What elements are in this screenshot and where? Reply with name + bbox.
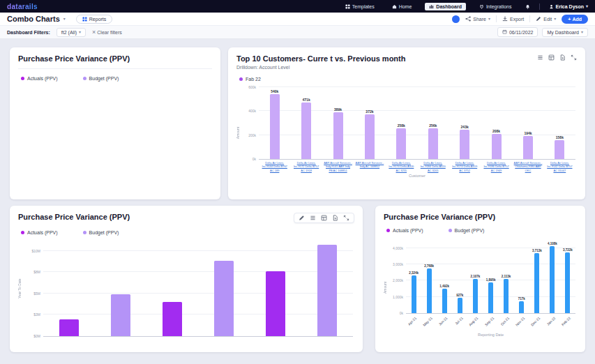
legend-item-actuals[interactable]: Actuals (PPV) [386,228,423,233]
bar[interactable] [473,279,478,313]
x-axis-label[interactable]: AAR Aircraft Services - Oklahoma,9380 AA… [512,161,543,172]
bar[interactable] [519,301,524,313]
bar[interactable] [523,136,533,159]
collaborator-badge[interactable] [452,15,460,23]
legend-item-feb22[interactable]: Fab 22 [239,77,261,82]
filter-dropdown[interactable]: ft2 (All) ▾ [57,28,86,37]
user-menu[interactable]: Erica Dyson ▾ [549,4,588,9]
legend-label: Actuals (PPV) [393,228,423,233]
clear-filters-button[interactable]: × Clear filters [92,29,122,36]
top-navbar: datarails Templates Home Dashboard Integ… [0,0,595,13]
drilldown-subtitle: Drilldown: Account Level [228,63,585,70]
bar[interactable] [266,271,285,336]
dashboard-select[interactable]: My Dashboard ▾ [542,28,588,37]
legend-item-budget[interactable]: Budget (PPV) [83,76,119,81]
list-icon[interactable] [537,54,543,61]
bar-slot: 258k [386,87,417,159]
bar[interactable] [460,130,469,159]
bar[interactable] [214,261,234,336]
legend-item-actuals[interactable]: Actuals (PPV) [21,76,58,81]
bar[interactable] [333,112,343,159]
bar[interactable] [504,279,509,313]
export-file-icon[interactable] [559,54,566,61]
nav-item-dashboard[interactable]: Dashboard [425,3,466,10]
bar[interactable] [59,319,79,336]
nav-item-home[interactable]: Home [388,3,416,10]
x-label-slot: Dec-21 [529,314,545,331]
expand-icon[interactable] [343,215,349,221]
x-axis-label[interactable]: Delta Air Lines, Inc.9184 Delta A320 AC … [417,161,449,172]
bar[interactable] [555,140,564,159]
legend-item-actuals[interactable]: Actuals (PPV) [21,230,58,235]
reports-button[interactable]: Reports [76,15,113,24]
x-axis-label[interactable]: Delta Air Lines, Inc.9172 Delta B757 AC … [290,161,322,172]
table-icon[interactable] [321,215,327,221]
x-axis-label[interactable]: Delta Air Lines, Inc.9174 Delta A319 AC … [449,161,480,172]
list-icon[interactable] [310,215,316,221]
bar[interactable] [488,282,493,313]
card-header: Top 10 Customers- Curre t vs. Previous m… [228,47,585,63]
x-axis-label[interactable]: Delta Air Lines, Inc.9186 Delta B757 AC … [481,161,512,172]
x-axis-label[interactable]: AAR Aircraft Services - Indy,9141 AAR In… [322,161,354,172]
y-tick-label: 0k [239,157,256,161]
x-axis-label[interactable]: AAR Aircraft Services - Indy,AC 168852 [354,161,385,169]
bar[interactable] [565,252,570,313]
dashboard-filters-label: Dashboard Filters: [7,30,50,35]
bar[interactable] [412,275,416,313]
x-label-slot: Aug-21 [467,314,483,331]
bar[interactable] [111,294,130,336]
x-axis-label[interactable]: Delta Air Lines, Inc.9174 Delta A320 AC … [386,161,417,172]
x-axis-label[interactable]: Delta Air Lines, Inc.9144 Delta B767 AC … [259,161,290,172]
bar[interactable] [427,268,432,313]
chevron-down-icon: ▾ [581,30,583,34]
nav-item-templates[interactable]: Templates [341,3,379,10]
bar[interactable] [301,103,311,159]
pencil-icon [536,16,541,22]
legend-dot [449,229,452,232]
bar[interactable] [550,246,555,313]
legend-item-budget[interactable]: Budget (PPV) [83,230,119,235]
chart-legend: Actuals (PPV) Budget (PPV) [375,221,585,233]
bar[interactable] [428,128,438,159]
bar-value-label: 208k [492,129,500,133]
y-tick-label: $3M [20,312,40,317]
clear-filters-label: Clear filters [97,30,121,35]
legend-label: Budget (PPV) [89,76,119,81]
expand-icon[interactable] [571,54,577,61]
bar[interactable] [396,128,406,159]
x-label-slot: Delta Air Lines, Inc.9174 Delta A319 AC … [449,161,480,172]
bar[interactable] [492,134,502,159]
bar[interactable] [365,114,375,159]
chevron-down-icon[interactable]: ▾ [63,17,66,21]
bar[interactable] [317,245,337,336]
export-button[interactable]: Export [502,16,524,22]
legend-item-budget[interactable]: Budget (PPV) [449,228,485,233]
card-title: Purchase Price Variance (PPV) [18,54,130,63]
bar[interactable] [442,289,447,313]
bar[interactable] [458,298,462,313]
bar-value-label: 158k [556,135,564,139]
pencil-icon[interactable] [299,215,305,221]
date-picker[interactable]: 06/11/2022 [497,27,538,37]
edit-button[interactable]: Edit ▾ [536,16,556,22]
export-file-icon[interactable] [332,215,338,221]
card-header: Purchase Price Variance (PPV) [10,206,363,223]
bar-value-label: 540k [271,89,278,93]
share-button[interactable]: Share ▾ [465,16,490,22]
table-icon[interactable] [548,54,555,61]
x-axis-label[interactable]: Delta Air Lines, Inc.9142 Delta B757 AC … [544,161,575,172]
y-tick-label: 2,000k [386,278,403,282]
datarails-logo[interactable]: datarails [7,3,38,10]
nav-item-integrations[interactable]: Integrations [475,3,516,10]
add-button[interactable]: + Add [562,15,588,24]
y-tick-label: 600k [239,85,256,89]
bar[interactable] [534,253,539,313]
bar-value-label: 389k [334,107,342,112]
y-tick-label: $8M [20,270,40,274]
divider [529,15,530,22]
bar[interactable] [270,94,280,159]
chart-body: $10M$8M$5M$3M$0M [22,241,353,337]
bell-icon[interactable] [525,4,530,9]
top10-bar-chart: Amount 600k400k200k0k540k471k389k372k258… [228,82,585,178]
bar[interactable] [163,302,182,336]
